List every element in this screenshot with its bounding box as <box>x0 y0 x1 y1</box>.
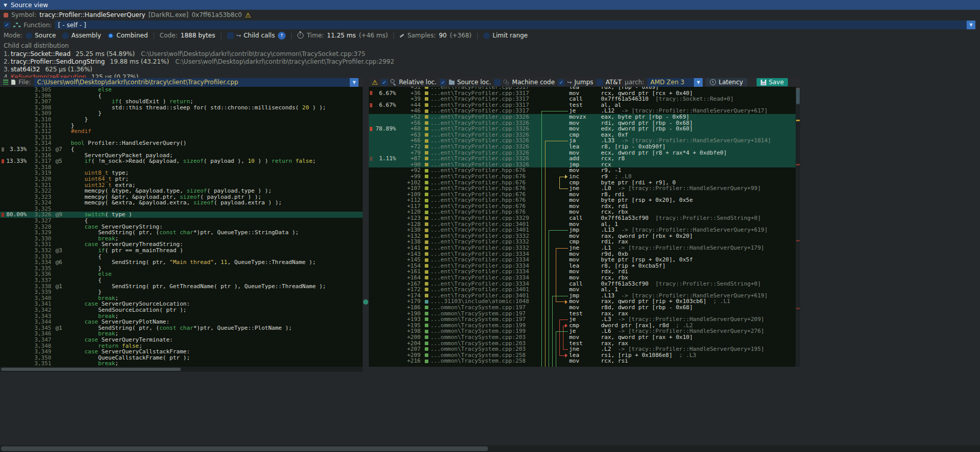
asm-line[interactable]: +99...ent\TracyProfiler.hpp:676incr9 ; .… <box>369 174 800 180</box>
asm-line[interactable]: +154...ent\TracyProfiler.cpp:3334lear8, … <box>369 263 800 269</box>
source-line[interactable]: 3,336 else <box>0 271 363 277</box>
source-line[interactable]: 3,330 break; <box>0 236 363 242</box>
file-combo[interactable]: C:\Users\wolf\Desktop\darkrl\contrib\tra… <box>34 78 359 87</box>
asm-line[interactable]: +132...ent\TracyProfiler.cpp:3332movrax,… <box>369 233 800 239</box>
chevron-down-icon[interactable]: ▼ <box>967 21 975 29</box>
source-line[interactable]: 3,321 uint32_t extra; <box>0 182 363 189</box>
source-line[interactable]: 3,343 break; <box>0 313 363 319</box>
source-line[interactable]: 3,308 std::this_thread::sleep_for( std::… <box>0 105 363 111</box>
source-line[interactable]: 13.33%3,317@5 if( !m_sock->Read( &payloa… <box>0 158 363 164</box>
asm-line[interactable]: +179....31103\include\atomic:1048movrax,… <box>369 298 800 305</box>
source-line[interactable]: 3,334@6 SendString( ptr, "Main thread", … <box>0 259 363 266</box>
asm-line[interactable]: +141...ent\TracyProfiler.cpp:3332jne.L1 … <box>369 245 800 251</box>
asm-line[interactable]: +72...ent\TracyProfiler.cpp:3326lear8, [… <box>369 144 800 150</box>
machine-code-toggle[interactable]: Machine code <box>494 79 555 86</box>
source-line[interactable]: 3,335 } <box>0 266 363 272</box>
propagate-up-button[interactable]: ↑ <box>278 32 286 40</box>
splitter-handle[interactable] <box>363 299 368 305</box>
asm-line[interactable]: +193...ommon\TracySystem.cpp:197je.L3 ->… <box>369 316 800 323</box>
asm-line[interactable]: +174...ent\TracyProfiler.cpp:3401jmp.L13… <box>369 293 800 299</box>
machine-code-checkbox[interactable] <box>494 79 501 86</box>
source-line[interactable]: 3,319 uint8_t type; <box>0 170 363 176</box>
source-h-scrollbar[interactable] <box>0 367 363 372</box>
source-line[interactable]: 3,307 if( shouldExit ) return; <box>0 99 363 105</box>
asm-line[interactable]: 78.89%+60...ent\TracyProfiler.cpp:3326mo… <box>369 126 800 132</box>
asm-line[interactable]: +56...ent\TracyProfiler.cpp:3326movrdi, … <box>369 120 800 126</box>
asm-line[interactable]: +79...ent\TracyProfiler.cpp:3326movecx, … <box>369 150 800 156</box>
source-line[interactable]: 3,338@1 SendString( ptr, GetThreadName( … <box>0 284 363 290</box>
source-line[interactable]: 3,339 } <box>0 289 363 295</box>
mode-radio-combined[interactable]: Combined <box>107 32 148 39</box>
asm-line[interactable]: +186...ommon\TracySystem.cpp:197movr8d, … <box>369 305 800 311</box>
source-line[interactable]: 3,348 return false; <box>0 343 363 349</box>
child-call-row[interactable]: 1.tracy::Socket::Read25.25 ms (54.89%)C:… <box>4 50 976 58</box>
source-line[interactable]: 3,323 memcpy( &ptr, &payload.ptr, sizeof… <box>0 194 363 200</box>
jumps-toggle[interactable]: ✓ ↪ Jumps <box>558 79 593 86</box>
asm-line[interactable]: +167...ent\TracyProfiler.cpp:3334call0x7… <box>369 281 800 287</box>
function-combo[interactable]: [ - self - ] ▼ <box>55 21 975 29</box>
asm-line[interactable]: +117...ent\TracyProfiler.hpp:676movrdx, … <box>369 203 800 210</box>
source-line[interactable]: 3,345@1 SendString( ptr, (const char*)pt… <box>0 325 363 331</box>
source-line[interactable]: 3,313 <box>0 135 363 141</box>
asm-line[interactable]: +207...ommon\TracySystem.cpp:203jne.L2 -… <box>369 346 800 352</box>
asm-line[interactable]: +52...ent\TracyProfiler.cpp:3326movzxeax… <box>369 114 800 120</box>
asm-line[interactable]: +145...ent\TracyProfiler.cpp:3334movbyte… <box>369 257 800 263</box>
source-line[interactable]: 3,333 { <box>0 254 363 260</box>
limit-range-checkbox[interactable] <box>483 32 490 39</box>
symbol-warning-icon[interactable]: ⚠ <box>245 12 251 18</box>
source-line[interactable]: 3,325 <box>0 206 363 212</box>
source-line[interactable]: 3,342 SendSourceLocation( ptr ); <box>0 307 363 313</box>
window-h-scrollbar[interactable] <box>0 445 980 452</box>
child-call-row[interactable]: 2.tracy::Profiler::SendLongString19.88 m… <box>4 58 976 65</box>
chevron-down-icon[interactable]: ▼ <box>350 78 359 87</box>
collapse-icon[interactable]: ▼ <box>4 3 7 8</box>
asm-v-scrollbar[interactable] <box>796 87 800 367</box>
asm-line[interactable]: +161...ent\TracyProfiler.cpp:3334movrdx,… <box>369 269 800 275</box>
source-line[interactable]: 3,341 case ServerQuerySourceLocation: <box>0 301 363 307</box>
source-h-scrollbar-thumb[interactable] <box>1 368 181 371</box>
asm-line[interactable]: +109...ent\TracyProfiler.hpp:676movr8, r… <box>369 192 800 198</box>
window-h-scrollbar-thumb[interactable] <box>1 446 488 451</box>
source-line[interactable]: 3,322 memcpy( &type, &payload.type, size… <box>0 188 363 194</box>
source-line[interactable]: 3,331 case ServerQueryThreadString: <box>0 241 363 248</box>
source-line[interactable]: 3,312#endif <box>0 128 363 135</box>
function-checkbox[interactable]: ✓ <box>4 22 10 28</box>
asm-line[interactable]: +216...ommon\TracySystem.cpp:258movrcx, … <box>369 358 800 364</box>
child-calls-checkbox[interactable] <box>227 32 234 39</box>
asm-line[interactable]: +143...ent\TracyProfiler.cpp:3334movr9d,… <box>369 251 800 257</box>
asm-line[interactable]: +92...ent\TracyProfiler.hpp:676movr9, -1 <box>369 167 800 174</box>
source-code-view[interactable]: 3,305 else3,306 {3,307 if( shouldExit ) … <box>0 87 363 367</box>
asm-line[interactable]: +198...ommon\TracySystem.cpp:199je.L6 ->… <box>369 328 800 334</box>
latency-button[interactable]: Latency <box>706 78 747 86</box>
child-call-row[interactable]: 3.stat64i32625 µs (1.36%) <box>4 65 976 73</box>
asm-line[interactable]: +90...ent\TracyProfiler.cpp:3326jmprcx <box>369 162 800 168</box>
asm-line[interactable]: +107...ent\TracyProfiler.hpp:676jne.L0 -… <box>369 185 800 192</box>
save-button[interactable]: Save <box>757 78 788 86</box>
source-line[interactable]: 3,332@3 if( ptr == m_mainThread ) <box>0 248 363 254</box>
source-line[interactable]: 3,320 uint64_t ptr; <box>0 176 363 182</box>
asm-line[interactable]: +39...ent\TracyProfiler.cpp:3317call0x7f… <box>369 96 800 102</box>
relative-loc-checkbox[interactable]: ✓ <box>381 79 388 86</box>
jumps-checkbox[interactable]: ✓ <box>558 79 564 86</box>
asm-code-view[interactable]: +31...ent\TracyProfiler.cpp:3317leardx, … <box>369 87 800 367</box>
source-line[interactable]: 3,327 { <box>0 218 363 224</box>
mode-radio-assembly[interactable]: Assembly <box>62 32 101 39</box>
source-line[interactable]: 3,340 break; <box>0 295 363 302</box>
child-calls-toggle[interactable]: ↪ Child calls <box>227 32 275 39</box>
mode-radio-source[interactable]: Source <box>26 32 56 39</box>
source-line[interactable]: 3,344 case ServerQueryPlotName: <box>0 319 363 325</box>
source-line[interactable]: 3,316 ServerQueryPacket payload; <box>0 153 363 159</box>
source-line[interactable]: 3,349 case ServerQueryCallstackFrame: <box>0 349 363 355</box>
source-line[interactable]: 3,347 case ServerQueryTerminate: <box>0 337 363 343</box>
asm-line[interactable]: +200...ommon\TracySystem.cpp:203movrax, … <box>369 334 800 341</box>
source-line[interactable]: 3,346 break; <box>0 331 363 337</box>
asm-v-scrollbar-thumb[interactable] <box>796 88 800 104</box>
source-line[interactable]: 3,337 { <box>0 277 363 284</box>
asm-line[interactable]: +66...ent\TracyProfiler.cpp:3326ja.L33 -… <box>369 138 800 144</box>
source-loc-toggle[interactable]: ✓ Source loc. <box>440 79 491 86</box>
source-line[interactable]: 3.33%3,315@7{ <box>0 146 363 153</box>
asm-warning-icon[interactable]: ⚠ <box>372 79 378 86</box>
source-loc-checkbox[interactable]: ✓ <box>440 79 446 86</box>
source-line[interactable]: 3,324 memcpy( &extra, &payload.extra, si… <box>0 200 363 206</box>
asm-line[interactable]: 6.67%+36...ent\TracyProfiler.cpp:3317mov… <box>369 90 800 97</box>
